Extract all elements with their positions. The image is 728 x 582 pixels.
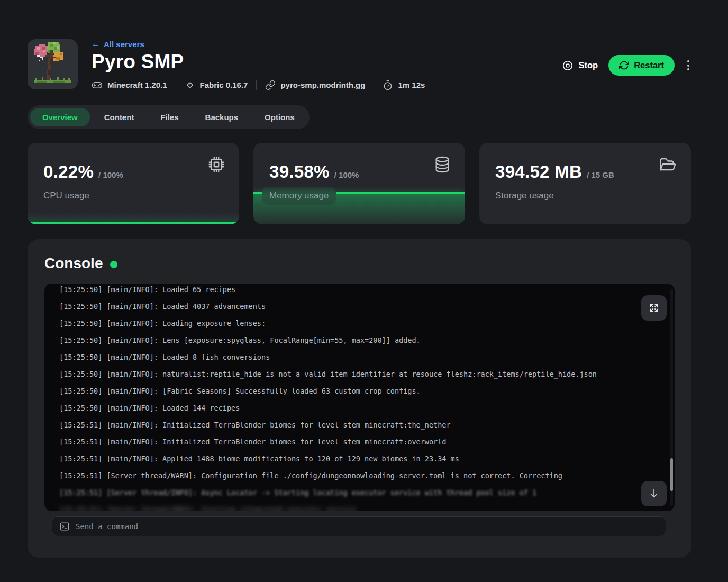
console-header: Console xyxy=(44,255,675,272)
more-options-button[interactable] xyxy=(685,58,691,72)
server-tabs: OverviewContentFilesBackupsOptions xyxy=(28,105,310,129)
divider xyxy=(256,80,257,90)
page-title: Pyro SMP xyxy=(92,51,562,73)
console-line: [15:25:51] [Server thread/INFO]: Async L… xyxy=(59,484,643,501)
console-line: [15:25:50] [main/INFO]: Loading exposure… xyxy=(59,315,643,332)
cpu-label: CPU usage xyxy=(43,190,223,201)
back-arrow-icon: ← xyxy=(92,39,100,49)
console-line: [15:25:51] [Server thread/INFO]: Startin… xyxy=(59,501,643,511)
online-status-dot xyxy=(110,261,117,268)
console-viewport: [15:25:50] [main/INFO]: Loaded 65 recipe… xyxy=(44,284,675,511)
gamepad-icon xyxy=(92,79,103,90)
console-title: Console xyxy=(44,255,103,272)
console-card: Console [15:25:50] [main/INFO]: Loaded 6… xyxy=(28,239,691,558)
cpu-usage-graph xyxy=(28,222,239,224)
storage-usage-card: 394.52 MB / 15 GB Storage usage xyxy=(479,143,691,224)
terminal-icon xyxy=(59,521,70,532)
back-label: All servers xyxy=(104,40,144,49)
back-to-all-servers-link[interactable]: ← All servers xyxy=(92,39,144,49)
scroll-to-bottom-button[interactable] xyxy=(641,481,667,506)
server-uptime: 1m 12s xyxy=(383,80,425,90)
console-line: [15:25:50] [main/INFO]: Loaded 8 fish co… xyxy=(59,349,643,366)
command-bar xyxy=(52,516,666,536)
tab-content[interactable]: Content xyxy=(92,108,147,126)
console-line: [15:25:50] [main/INFO]: [Fabric Seasons]… xyxy=(59,383,643,399)
tab-overview[interactable]: Overview xyxy=(30,108,90,126)
server-header: ← All servers Pyro SMP Minecraft 1.20.1 xyxy=(28,39,691,90)
pixel-tree-image xyxy=(28,39,78,89)
memory-usage-card: 39.58% / 100% Memory usage xyxy=(253,143,465,224)
server-page: ← All servers Pyro SMP Minecraft 1.20.1 xyxy=(28,39,691,558)
console-scrollbar-track[interactable] xyxy=(670,289,673,506)
game-version: Minecraft 1.20.1 xyxy=(92,79,167,90)
expand-console-button[interactable] xyxy=(641,295,667,321)
console-scrollbar-thumb[interactable] xyxy=(670,458,673,491)
stop-icon xyxy=(562,60,574,71)
cpu-usage-card: 0.22% / 100% CPU usage xyxy=(28,143,239,224)
kebab-dot xyxy=(687,68,689,70)
console-line: [15:25:51] [main/INFO]: Initialized Terr… xyxy=(59,416,643,433)
console-line: [15:25:50] [main/INFO]: Loaded 65 recipe… xyxy=(59,284,643,298)
kebab-dot xyxy=(687,65,689,67)
stopwatch-icon xyxy=(383,80,393,90)
cpu-max: / 100% xyxy=(98,170,123,179)
kebab-dot xyxy=(687,60,689,62)
stats-row: 0.22% / 100% CPU usage 39.58% / 100% Mem… xyxy=(28,143,691,224)
server-domain[interactable]: pyro-smp.modrinth.gg xyxy=(265,80,365,90)
server-icon xyxy=(28,39,78,89)
server-actions: Stop Restart xyxy=(562,55,691,76)
stop-button[interactable]: Stop xyxy=(562,60,598,71)
arrow-down-icon xyxy=(648,488,660,499)
storage-label: Storage usage xyxy=(495,190,675,201)
fabric-loader-icon xyxy=(185,80,195,90)
divider xyxy=(374,80,374,90)
memory-label: Memory usage xyxy=(269,190,449,205)
console-line: [15:25:51] [main/INFO]: Initialized Terr… xyxy=(59,433,643,450)
memory-max: / 100% xyxy=(334,170,359,179)
tab-files[interactable]: Files xyxy=(148,108,190,126)
console-log[interactable]: [15:25:50] [main/INFO]: Loaded 65 recipe… xyxy=(44,284,675,511)
server-meta: Minecraft 1.20.1 Fabric 0.16.7 xyxy=(92,79,562,90)
console-line: [15:25:50] [main/INFO]: Lens [exposure:s… xyxy=(59,332,643,349)
cpu-value: 0.22% xyxy=(43,162,94,182)
console-line: [15:25:50] [main/INFO]: naturalist:repti… xyxy=(59,366,643,383)
tab-backups[interactable]: Backups xyxy=(193,108,251,126)
divider xyxy=(176,80,176,90)
console-line: [15:25:51] [Server thread/WARN]: Configu… xyxy=(59,467,643,484)
console-line: [15:25:50] [main/INFO]: Loaded 4037 adva… xyxy=(59,298,643,315)
memory-value: 39.58% xyxy=(269,162,330,182)
expand-icon xyxy=(648,302,660,314)
storage-value: 394.52 MB xyxy=(495,162,582,182)
restart-icon xyxy=(619,60,629,70)
loader-version: Fabric 0.16.7 xyxy=(185,80,248,90)
console-line: [15:25:50] [main/INFO]: Loaded 144 recip… xyxy=(59,399,643,416)
link-icon xyxy=(265,80,276,90)
storage-max: / 15 GB xyxy=(587,170,614,179)
tab-options[interactable]: Options xyxy=(252,108,307,126)
restart-button[interactable]: Restart xyxy=(608,55,675,76)
command-input[interactable] xyxy=(76,522,659,531)
console-line: [15:25:51] [main/INFO]: Applied 1488 bio… xyxy=(59,450,643,467)
